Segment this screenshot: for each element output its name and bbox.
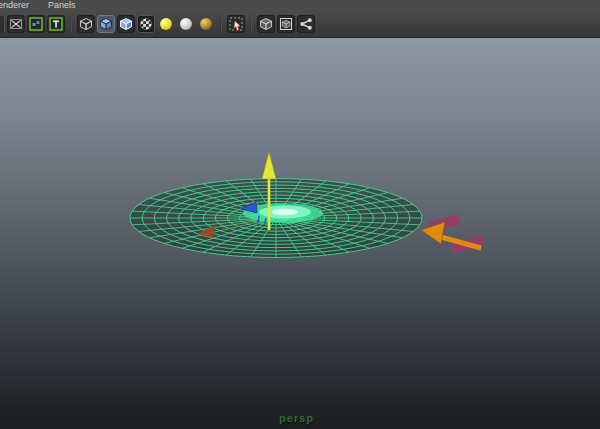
toolbar-separator	[220, 17, 222, 32]
toolbar-separator	[250, 17, 252, 32]
menu-item-renderer[interactable]: enderer	[0, 0, 29, 11]
selection-glow	[272, 209, 298, 215]
textured-icon[interactable]	[137, 15, 155, 33]
camera-label: persp	[279, 412, 314, 424]
viewport-3d[interactable]: persp	[0, 38, 600, 429]
all-lights-icon[interactable]	[157, 15, 175, 33]
xray-active-components-icon[interactable]	[277, 15, 295, 33]
flat-lighting-icon[interactable]	[177, 15, 195, 33]
shadows-sphere	[200, 18, 212, 30]
field-chart-icon[interactable]	[27, 15, 45, 33]
toolbar-separator	[70, 17, 72, 32]
safe-title-icon[interactable]	[47, 15, 65, 33]
all-lights-sphere	[160, 18, 172, 30]
wireframe-on-shaded-icon[interactable]	[117, 15, 135, 33]
wireframe-icon[interactable]	[77, 15, 95, 33]
shadows-icon[interactable]	[197, 15, 215, 33]
safe-action-icon[interactable]	[7, 15, 25, 33]
shaded-icon[interactable]	[97, 15, 115, 33]
menu-bar: enderer Panels	[0, 0, 600, 11]
clipped-icon	[0, 16, 5, 33]
isolate-select-icon[interactable]	[227, 15, 245, 33]
z-axis-tick	[265, 218, 266, 224]
panel-toolbar	[0, 11, 600, 38]
scene-svg	[0, 38, 600, 429]
y-axis-arrowhead-icon[interactable]	[262, 152, 276, 179]
menu-item-panels[interactable]: Panels	[48, 0, 76, 11]
flat-lighting-sphere	[180, 18, 192, 30]
z-axis-tick	[258, 216, 259, 223]
xray-icon[interactable]	[257, 15, 275, 33]
joint-graph-icon[interactable]	[297, 15, 315, 33]
